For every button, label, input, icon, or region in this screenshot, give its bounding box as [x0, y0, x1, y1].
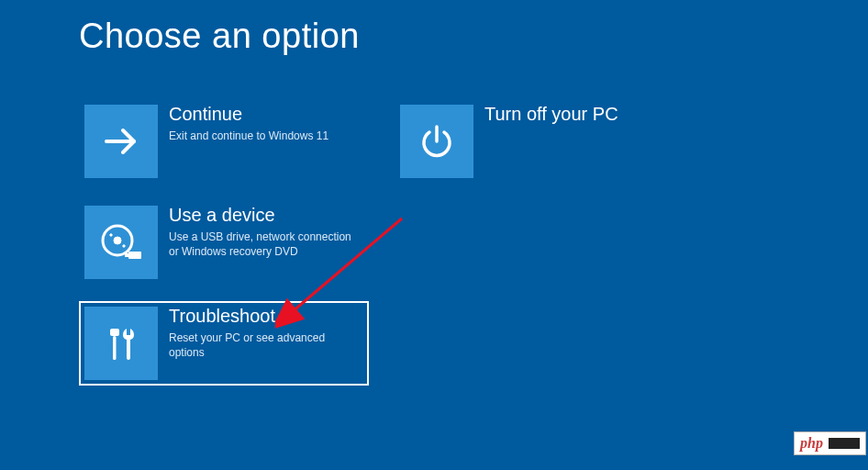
- svg-point-4: [110, 234, 112, 236]
- watermark-bar: [829, 438, 860, 449]
- svg-rect-8: [113, 336, 117, 360]
- svg-rect-7: [125, 253, 129, 257]
- watermark-text: php: [800, 435, 823, 452]
- turnoff-tile[interactable]: Turn off your PC: [395, 99, 684, 184]
- svg-point-5: [123, 245, 125, 247]
- options-container: Continue Exit and continue to Windows 11…: [79, 99, 795, 402]
- continue-tile[interactable]: Continue Exit and continue to Windows 11: [79, 99, 369, 184]
- troubleshoot-text: Troubleshoot Reset your PC or see advanc…: [158, 307, 362, 380]
- continue-title: Continue: [169, 103, 328, 125]
- device-desc: Use a USB drive, network connection or W…: [169, 229, 362, 259]
- arrow-right-icon: [84, 105, 158, 178]
- power-icon: [400, 105, 473, 178]
- svg-rect-6: [128, 252, 141, 259]
- device-title: Use a device: [169, 204, 362, 226]
- continue-desc: Exit and continue to Windows 11: [169, 129, 328, 143]
- options-row-1: Continue Exit and continue to Windows 11…: [79, 99, 795, 184]
- svg-rect-9: [110, 329, 119, 336]
- device-tile[interactable]: Use a device Use a USB drive, network co…: [79, 200, 369, 285]
- turnoff-text: Turn off your PC: [473, 105, 618, 178]
- continue-text: Continue Exit and continue to Windows 11: [158, 105, 328, 178]
- turnoff-title: Turn off your PC: [484, 103, 618, 125]
- device-text: Use a device Use a USB drive, network co…: [158, 206, 362, 279]
- options-row-2: Use a device Use a USB drive, network co…: [79, 200, 795, 285]
- watermark: php: [794, 431, 866, 455]
- troubleshoot-title: Troubleshoot: [169, 305, 362, 327]
- page-title: Choose an option: [79, 17, 360, 56]
- disc-usb-icon: [84, 206, 158, 279]
- troubleshoot-desc: Reset your PC or see advanced options: [169, 330, 362, 360]
- svg-point-3: [114, 237, 121, 244]
- troubleshoot-tile[interactable]: Troubleshoot Reset your PC or see advanc…: [79, 301, 369, 386]
- options-row-3: Troubleshoot Reset your PC or see advanc…: [79, 301, 795, 386]
- tools-icon: [84, 307, 158, 380]
